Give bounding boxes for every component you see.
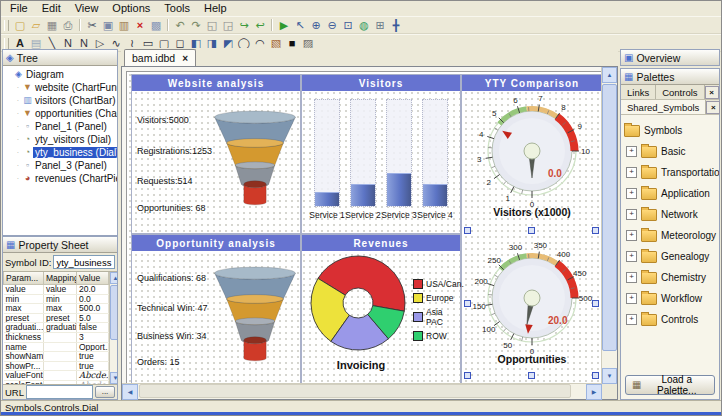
- symbol-id-input[interactable]: [53, 255, 115, 269]
- property-value-cell[interactable]: 3: [77, 332, 109, 342]
- scroll-track[interactable]: [138, 384, 586, 399]
- funnel-chart[interactable]: [212, 95, 298, 227]
- tree-item[interactable]: ·▫Panel_3 (Panel): [3, 159, 117, 172]
- dial-gauge[interactable]: 05010015020025030035040045050020.0: [466, 238, 598, 354]
- ungroup-icon[interactable]: ↩: [252, 18, 268, 33]
- scroll-left-icon[interactable]: ◀: [122, 384, 138, 400]
- print-icon[interactable]: ⎙: [60, 18, 76, 33]
- property-sheet-header[interactable]: ▦ Property Sheet: [3, 237, 117, 253]
- expand-icon[interactable]: ◲: [220, 18, 236, 33]
- tree-item[interactable]: ·▼website (ChartFunnel): [3, 81, 117, 94]
- property-row[interactable]: maxmax500.0: [4, 304, 109, 314]
- scroll-thumb[interactable]: [602, 84, 617, 351]
- palette-folder-network[interactable]: +Network: [624, 204, 716, 225]
- tree-item[interactable]: ◈Diagram: [3, 68, 117, 81]
- palette-tab-links[interactable]: Links: [621, 85, 656, 99]
- palette-tab-shared_symbols[interactable]: Shared_Symbols: [621, 100, 706, 114]
- palette-folder-root[interactable]: Symbols: [624, 120, 716, 141]
- diagram-canvas[interactable]: Website analysis Visitors:5000Registrati…: [121, 66, 618, 400]
- overview-tool-icon[interactable]: ⊞: [372, 18, 388, 33]
- tree-item[interactable]: ·▥visitors (ChartBar): [3, 94, 117, 107]
- dashboard-page[interactable]: Website analysis Visitors:5000Registrati…: [126, 71, 606, 388]
- property-value-cell[interactable]: 20.0: [77, 285, 109, 295]
- bar-service-1[interactable]: Service 1: [310, 99, 344, 229]
- scroll-down-icon[interactable]: ▼: [602, 368, 617, 384]
- bar-service-4[interactable]: Service 4: [418, 99, 452, 229]
- scroll-thumb[interactable]: [139, 384, 571, 398]
- tree-item[interactable]: ·◕revenues (ChartPie): [3, 172, 117, 185]
- bar-service-3[interactable]: Service 3: [382, 99, 416, 229]
- new-icon[interactable]: ▢: [12, 18, 28, 33]
- property-value-cell[interactable]: Opport...: [77, 342, 109, 352]
- palette-folder-transportation[interactable]: +Transportation: [624, 162, 716, 183]
- bar-service-2[interactable]: Service 2: [346, 99, 380, 229]
- pie-chart[interactable]: [304, 253, 416, 357]
- pan-icon[interactable]: ╋: [388, 18, 404, 33]
- duplicate-icon[interactable]: ▩: [148, 18, 164, 33]
- canvas-horizontal-scrollbar[interactable]: ◀ ▶: [122, 383, 602, 399]
- undo-icon[interactable]: ↶: [172, 18, 188, 33]
- panel-yty-comparison[interactable]: YTY Comparison 0123456789100.0 Visitors …: [461, 74, 603, 387]
- scroll-track[interactable]: [602, 83, 617, 368]
- funnel-chart-opportunity[interactable]: Qualifications: 68Technical Win: 47Busin…: [132, 251, 300, 386]
- expand-icon[interactable]: +: [626, 272, 637, 283]
- expand-icon[interactable]: +: [626, 188, 637, 199]
- expand-icon[interactable]: +: [626, 314, 637, 325]
- expand-icon[interactable]: +: [626, 293, 637, 304]
- palette-folder-application[interactable]: +Application: [624, 183, 716, 204]
- palette-folder-controls[interactable]: +Controls: [624, 309, 716, 330]
- expand-icon[interactable]: +: [626, 209, 637, 220]
- scroll-right-icon[interactable]: ▶: [586, 384, 602, 400]
- symbol-library-icon[interactable]: ▦: [44, 18, 60, 33]
- expand-icon[interactable]: +: [626, 146, 637, 157]
- scroll-up-icon[interactable]: ▲: [602, 67, 617, 83]
- property-value-cell[interactable]: 0.0: [77, 294, 109, 304]
- property-column-header[interactable]: Param...: [4, 272, 44, 285]
- property-value-cell[interactable]: false: [77, 323, 109, 333]
- palette-folder-meteorology[interactable]: +Meteorology: [624, 225, 716, 246]
- property-value-cell[interactable]: 5.0: [77, 313, 109, 323]
- property-value-cell[interactable]: true: [77, 361, 109, 371]
- expand-icon[interactable]: +: [626, 167, 637, 178]
- open-icon[interactable]: ▱: [28, 18, 44, 33]
- scroll-down-icon[interactable]: ▼: [110, 372, 117, 384]
- palette-folder-basic[interactable]: +Basic: [624, 141, 716, 162]
- panel-website-analysis[interactable]: Website analysis Visitors:5000Registrati…: [131, 74, 301, 234]
- scroll-up-icon[interactable]: ▲: [110, 272, 117, 284]
- property-value-cell[interactable]: Abcde...: [77, 371, 109, 381]
- group-icon[interactable]: ↪: [236, 18, 252, 33]
- dial-gauge[interactable]: 0123456789100.0: [466, 91, 598, 207]
- overview-panel-header[interactable]: ▣ Overview: [620, 49, 720, 66]
- redo-icon[interactable]: ↷: [188, 18, 204, 33]
- url-input[interactable]: [26, 385, 93, 399]
- canvas-vertical-scrollbar[interactable]: ▲ ▼: [601, 67, 617, 384]
- delete-icon[interactable]: ×: [132, 18, 148, 33]
- property-row[interactable]: presetpreset5.0: [4, 313, 109, 323]
- tree-item[interactable]: ·◔yty_business (Dial): [3, 146, 117, 159]
- pie-chart-revenues[interactable]: USA/Can.EuropeAsia PACROW Invoicing: [302, 251, 460, 386]
- panel-revenues[interactable]: Revenues USA/Can.EuropeAsia PACROW Invoi…: [301, 234, 461, 387]
- property-row[interactable]: valueFontAbcde...: [4, 371, 109, 381]
- interactor-icon[interactable]: ◍: [356, 18, 372, 33]
- gauge-visitors[interactable]: 0123456789100.0 Visitors (x1000): [462, 91, 602, 218]
- funnel-chart-website[interactable]: Visitors:5000Registrations:1253Requests:…: [132, 91, 300, 233]
- menu-tools[interactable]: Tools: [157, 1, 197, 16]
- property-row[interactable]: thickness3: [4, 332, 109, 342]
- palette-folder-genealogy[interactable]: +Genealogy: [624, 246, 716, 267]
- select-tool-icon[interactable]: ↖: [292, 18, 308, 33]
- tree-panel-header[interactable]: ◈ Tree: [3, 50, 117, 66]
- zoom-out-icon[interactable]: ⊖: [324, 18, 340, 33]
- close-palette-icon[interactable]: ×: [706, 101, 720, 114]
- palettes-panel-header[interactable]: ▦ Palettes: [621, 69, 719, 85]
- property-column-header[interactable]: Value: [77, 272, 109, 285]
- property-row[interactable]: showPr...true: [4, 361, 109, 371]
- tree-item[interactable]: ·▼opportunities (ChartFunnel): [3, 107, 117, 120]
- property-column-header[interactable]: Mapping: [44, 272, 77, 285]
- gauge-opportunities[interactable]: 05010015020025030035040045050020.0 Oppor…: [462, 238, 602, 365]
- run-icon[interactable]: ▶: [276, 18, 292, 33]
- expand-icon[interactable]: +: [626, 251, 637, 262]
- paste-icon[interactable]: ▥: [116, 18, 132, 33]
- property-row[interactable]: valuevalue20.0: [4, 285, 109, 295]
- panel-opportunity-analysis[interactable]: Opportunity analysis Qualifications: 68T…: [131, 234, 301, 387]
- menu-view[interactable]: View: [68, 1, 106, 16]
